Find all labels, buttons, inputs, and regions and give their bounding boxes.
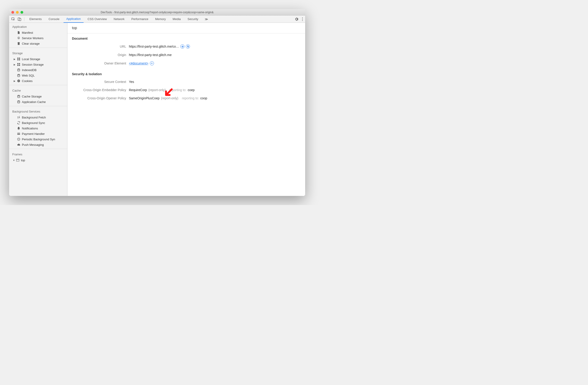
tab-console[interactable]: Console xyxy=(46,16,62,23)
group-background-services: Background Services xyxy=(9,107,67,115)
traffic-lights xyxy=(11,11,23,14)
database-icon xyxy=(17,100,21,104)
owner-element-link[interactable]: <#document> xyxy=(129,62,148,65)
section-security-isolation: Security & Isolation Secure Context Yes … xyxy=(67,69,305,104)
svg-rect-9 xyxy=(17,59,19,60)
svg-point-19 xyxy=(19,80,19,81)
svg-point-6 xyxy=(18,38,19,39)
svg-rect-14 xyxy=(19,65,20,66)
svg-rect-7 xyxy=(17,58,19,59)
section-document: Document URL https://first-party-test.gl… xyxy=(67,34,305,69)
annotation-arrow-icon xyxy=(164,88,173,97)
toolbar: Elements Console Application CSS Overvie… xyxy=(9,16,305,23)
row-coep: Cross-Origin Embedder Policy RequireCorp… xyxy=(72,86,301,94)
clock-icon xyxy=(17,137,21,141)
row-owner-element: Owner Element <#document> ‹/› xyxy=(72,59,301,68)
window-title: DevTools - first-party-test.glitch.me/co… xyxy=(9,11,305,14)
sidebar-item-indexeddb[interactable]: IndexedDB xyxy=(9,67,67,73)
svg-rect-2 xyxy=(19,19,21,21)
svg-point-20 xyxy=(18,81,19,82)
sidebar-item-periodic-sync[interactable]: Periodic Background Syn xyxy=(9,136,67,142)
sidebar-item-session-storage[interactable]: ▶ Session Storage xyxy=(9,62,67,67)
file-icon xyxy=(17,31,21,34)
tab-media[interactable]: Media xyxy=(170,16,183,23)
svg-point-21 xyxy=(18,95,20,96)
sidebar-item-push-messaging[interactable]: Push Messaging xyxy=(9,142,67,147)
svg-point-15 xyxy=(18,68,20,69)
svg-point-5 xyxy=(302,20,303,21)
gear-icon xyxy=(17,36,21,40)
sidebar-item-application-cache[interactable]: Application Cache xyxy=(9,99,67,105)
inspect-icon[interactable] xyxy=(11,17,15,21)
sync-icon xyxy=(17,121,21,125)
row-origin: Origin https://first-party-test.glitch.m… xyxy=(72,51,301,59)
sidebar-item-local-storage[interactable]: ▶ Local Storage xyxy=(9,56,67,62)
svg-rect-10 xyxy=(19,59,20,60)
group-frames: Frames xyxy=(9,150,67,157)
svg-point-4 xyxy=(302,19,303,19)
row-coop: Cross-Origin Opener Policy SameOriginPlu… xyxy=(72,94,301,102)
sidebar-item-manifest[interactable]: Manifest xyxy=(9,30,67,35)
caret-icon: ▶ xyxy=(14,63,16,66)
svg-rect-13 xyxy=(17,65,19,66)
settings-icon[interactable] xyxy=(295,17,298,21)
database-icon xyxy=(17,74,21,77)
tab-elements[interactable]: Elements xyxy=(27,16,44,23)
svg-point-17 xyxy=(17,80,20,82)
page-title: top xyxy=(67,23,305,34)
trash-icon xyxy=(17,42,21,45)
grid-icon xyxy=(17,63,21,66)
swap-badge-icon[interactable]: ⇅ xyxy=(186,44,190,48)
svg-rect-26 xyxy=(16,159,19,161)
window-icon xyxy=(16,158,20,162)
close-button[interactable] xyxy=(11,11,14,14)
sidebar-item-web-sql[interactable]: Web SQL xyxy=(9,73,67,78)
tabs-overflow[interactable]: ≫ xyxy=(202,17,210,21)
grid-icon xyxy=(17,57,21,61)
cloud-icon xyxy=(17,143,21,147)
database-icon xyxy=(17,95,21,98)
tab-network[interactable]: Network xyxy=(111,16,127,23)
devtools-window: DevTools - first-party-test.glitch.me/co… xyxy=(9,9,305,196)
svg-rect-11 xyxy=(17,63,19,64)
sidebar-item-cache-storage[interactable]: Cache Storage xyxy=(9,94,67,99)
cookie-icon xyxy=(17,79,21,83)
sidebar-item-frame-top[interactable]: ▼ top xyxy=(9,157,67,163)
sidebar-item-service-workers[interactable]: Service Workers xyxy=(9,35,67,41)
group-application: Application xyxy=(9,23,67,30)
caret-down-icon: ▼ xyxy=(13,159,15,162)
row-secure-context: Secure Context Yes xyxy=(72,78,301,86)
titlebar: DevTools - first-party-test.glitch.me/co… xyxy=(9,9,305,16)
tab-performance[interactable]: Performance xyxy=(129,16,151,23)
svg-point-22 xyxy=(18,101,20,101)
isolation-badge-icon[interactable]: ⊝ xyxy=(180,44,185,48)
database-icon xyxy=(17,68,21,72)
sidebar-item-notifications[interactable]: Notifications xyxy=(9,126,67,131)
svg-point-3 xyxy=(302,17,303,18)
tab-memory[interactable]: Memory xyxy=(152,16,168,23)
device-icon[interactable] xyxy=(18,17,21,21)
svg-rect-12 xyxy=(19,63,20,64)
tab-security[interactable]: Security xyxy=(185,16,201,23)
svg-rect-8 xyxy=(19,58,20,59)
svg-rect-24 xyxy=(17,133,20,134)
minimize-button[interactable] xyxy=(16,11,19,14)
group-cache: Cache xyxy=(9,86,67,94)
maximize-button[interactable] xyxy=(21,11,23,14)
tab-css-overview[interactable]: CSS Overview xyxy=(85,16,110,23)
code-badge-icon[interactable]: ‹/› xyxy=(150,61,154,65)
tab-application[interactable]: Application xyxy=(63,16,84,23)
sidebar-item-background-sync[interactable]: Background Sync xyxy=(9,120,67,126)
svg-point-18 xyxy=(18,80,19,81)
row-url: URL https://first-party-test.glitch.me/c… xyxy=(72,42,301,51)
caret-icon: ▶ xyxy=(14,58,16,60)
sidebar-item-cookies[interactable]: ▶ Cookies xyxy=(9,78,67,84)
main-panel: top Document URL https://first-party-tes… xyxy=(67,23,305,196)
sidebar-item-payment-handler[interactable]: Payment Handler xyxy=(9,131,67,136)
sidebar-item-clear-storage[interactable]: Clear storage xyxy=(9,41,67,46)
caret-icon: ▶ xyxy=(14,80,16,82)
sidebar: Application Manifest Service Workers Cle… xyxy=(9,23,67,196)
kebab-menu-icon[interactable] xyxy=(302,17,303,21)
sidebar-item-background-fetch[interactable]: Background Fetch xyxy=(9,115,67,120)
bell-icon xyxy=(17,127,21,130)
